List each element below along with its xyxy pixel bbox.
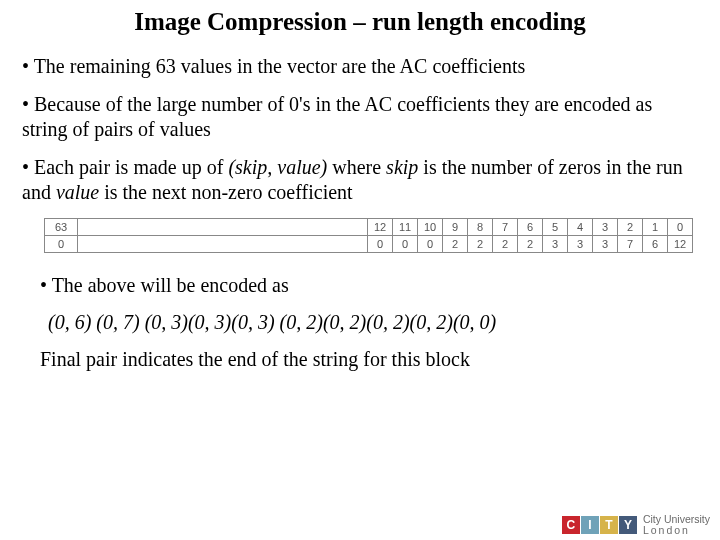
table-row: 0 0 0 0 2 2 2 2 3 3 3 7 6 12	[45, 235, 693, 252]
city-university-logo: C I T Y City University London	[562, 514, 710, 536]
table-cell	[78, 235, 368, 252]
table-cell: 63	[45, 218, 78, 235]
table-cell: 1	[643, 218, 668, 235]
table-cell: 3	[593, 218, 618, 235]
table-cell: 3	[568, 235, 593, 252]
table-cell: 0	[393, 235, 418, 252]
table-cell: 0	[45, 235, 78, 252]
slide-title: Image Compression – run length encoding	[62, 8, 658, 36]
table-row: 63 12 11 10 9 8 7 6 5 4 3 2 1 0	[45, 218, 693, 235]
table-cell: 12	[668, 235, 693, 252]
table-cell: 9	[443, 218, 468, 235]
bullet-3-skip: skip	[386, 156, 418, 178]
bullet-2: • Because of the large number of 0's in …	[22, 92, 698, 141]
bullet-4: • The above will be encoded as	[40, 273, 698, 297]
table-cell: 10	[418, 218, 443, 235]
logo-text: City University London	[643, 514, 710, 536]
logo-letter-t: T	[600, 516, 618, 534]
table-cell: 3	[543, 235, 568, 252]
table-cell: 6	[518, 218, 543, 235]
table-cell: 7	[618, 235, 643, 252]
bullet-3-value: value	[56, 181, 99, 203]
logo-squares: C I T Y	[562, 516, 637, 534]
table-cell: 11	[393, 218, 418, 235]
table-cell: 2	[618, 218, 643, 235]
table-cell: 2	[518, 235, 543, 252]
logo-letter-i: I	[581, 516, 599, 534]
vector-table: 63 12 11 10 9 8 7 6 5 4 3 2 1 0 0 0 0	[44, 218, 698, 253]
table-cell: 5	[543, 218, 568, 235]
bullet-3-post: is the next non-zero coefficient	[99, 181, 352, 203]
bullet-5: Final pair indicates the end of the stri…	[40, 348, 698, 371]
bullet-3-mid1: where	[327, 156, 386, 178]
table-cell: 0	[368, 235, 393, 252]
bullet-1: • The remaining 63 values in the vector …	[22, 54, 698, 78]
logo-letter-y: Y	[619, 516, 637, 534]
table-cell: 0	[668, 218, 693, 235]
table-cell	[78, 218, 368, 235]
table-cell: 6	[643, 235, 668, 252]
bullet-3-pair: (skip, value)	[228, 156, 327, 178]
encoded-pairs: (0, 6) (0, 7) (0, 3)(0, 3)(0, 3) (0, 2)(…	[48, 311, 698, 334]
table-cell: 2	[468, 235, 493, 252]
table-cell: 7	[493, 218, 518, 235]
table-cell: 2	[443, 235, 468, 252]
bullet-3-text: • Each pair is made up of	[22, 156, 228, 178]
logo-letter-c: C	[562, 516, 580, 534]
table-cell: 4	[568, 218, 593, 235]
table-cell: 2	[493, 235, 518, 252]
table-cell: 3	[593, 235, 618, 252]
bullet-3: • Each pair is made up of (skip, value) …	[22, 155, 698, 204]
table-cell: 8	[468, 218, 493, 235]
table-cell: 0	[418, 235, 443, 252]
logo-text-line2: London	[643, 525, 710, 536]
table-cell: 12	[368, 218, 393, 235]
